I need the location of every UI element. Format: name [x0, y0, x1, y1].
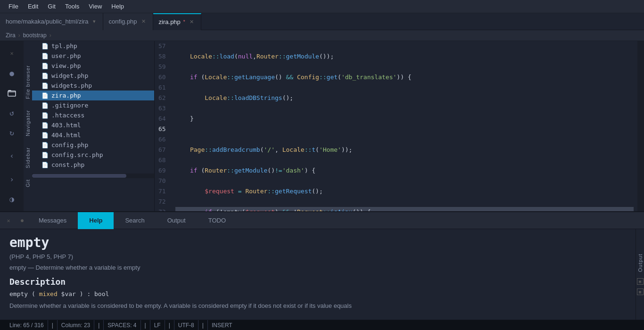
file-view[interactable]: 📄 view.php — [32, 61, 154, 71]
help-content: empty (PHP 4, PHP 5, PHP 7) empty — Dete… — [0, 229, 636, 320]
help-desc: empty — Determine whether a variable is … — [9, 264, 626, 271]
tab-help[interactable]: Help — [78, 212, 114, 229]
tab-config-close[interactable]: ✕ — [140, 18, 147, 25]
palette-icon[interactable]: ◑ — [3, 190, 20, 207]
file-browser: 📄 tpl.php 📄 user.php 📄 view.php 📄 widget… — [32, 41, 155, 211]
file-const-label: const.php — [51, 161, 84, 168]
circle-icon[interactable]: ● — [3, 65, 20, 82]
line-numbers: 5758596061 6263646566 6768697071 7273 — [155, 41, 172, 211]
bottom-content-area: empty (PHP 4, PHP 5, PHP 7) empty — Dete… — [0, 229, 644, 320]
tab-search[interactable]: Search — [114, 212, 156, 229]
menu-item-git[interactable]: Git — [43, 2, 60, 11]
file-widget-label: widget.php — [51, 72, 88, 79]
file-widgets[interactable]: 📄 widgets.php — [32, 81, 154, 91]
menu-item-file[interactable]: File — [4, 2, 23, 11]
php-icon: 📄 — [41, 43, 49, 50]
file-htaccess[interactable]: 📄 .htaccess — [32, 110, 154, 120]
sidebar-label-git[interactable]: Git — [24, 175, 32, 191]
output-buttons: ▣ ▣ — [637, 278, 644, 295]
tab-path-arrow[interactable]: ▾ — [91, 18, 97, 25]
forward-icon[interactable]: › — [3, 171, 20, 188]
output-btn-1[interactable]: ▣ — [637, 278, 644, 285]
file-tpl-label: tpl.php — [51, 42, 77, 50]
help-sig-mixed: mixed — [39, 290, 58, 297]
sidebar-label-navigator[interactable]: Navigator — [24, 106, 32, 140]
output-sidebar: Output ▣ ▣ — [636, 229, 644, 320]
file-widget[interactable]: 📄 widget.php — [32, 71, 154, 81]
menu-item-view[interactable]: View — [84, 2, 107, 11]
close-icon[interactable]: ✕ — [3, 45, 20, 62]
breadcrumb-part-1[interactable]: Zira — [6, 32, 16, 39]
tab-config[interactable]: config.php ✕ — [103, 13, 153, 30]
editor-area[interactable]: 5758596061 6263646566 6768697071 7273 Lo… — [155, 41, 637, 211]
tab-todo[interactable]: TODO — [197, 212, 237, 229]
file-user[interactable]: 📄 user.php — [32, 51, 154, 61]
file-gitignore-label: .gitignore — [51, 102, 88, 109]
tab-modified-indicator: * — [183, 19, 185, 25]
tab-messages[interactable]: Messages — [27, 212, 78, 229]
status-lf: LF — [150, 320, 165, 330]
php-icon: 📄 — [41, 152, 49, 158]
sidebar-label-sidebar[interactable]: Sidebar — [24, 143, 32, 172]
menu-item-edit[interactable]: Edit — [23, 2, 43, 11]
sidebar-label-filebrowser[interactable]: File browser — [24, 61, 32, 103]
output-btn-2[interactable]: ▣ — [637, 289, 644, 295]
tab-output[interactable]: Output — [156, 212, 197, 229]
redo-icon[interactable]: ↻ — [3, 124, 20, 141]
status-spaces: SPACES: 4 — [104, 320, 140, 330]
file-icon: 📄 — [41, 112, 49, 119]
menu-bar: File Edit Git Tools View Help — [0, 0, 644, 13]
file-gitignore[interactable]: 📄 .gitignore — [32, 100, 154, 110]
bottom-section: ✕ ● Messages Help Search Output TODO emp… — [0, 211, 644, 320]
help-body: Determine whether a variable is consider… — [9, 301, 626, 311]
file-const[interactable]: 📄 const.php — [32, 160, 154, 170]
bottom-tabs: ✕ ● Messages Help Search Output TODO — [0, 212, 644, 229]
folder-icon[interactable] — [3, 84, 20, 101]
status-separator-5: | — [198, 320, 208, 330]
tab-bar: home/makaka/public_html/zira ▾ config.ph… — [0, 13, 644, 30]
tab-zira-close[interactable]: ✕ — [188, 18, 195, 25]
file-403-label: 403.html — [51, 122, 81, 129]
php-icon: 📄 — [41, 92, 49, 99]
php-icon: 📄 — [41, 63, 49, 69]
breadcrumb-part-2[interactable]: bootstrap — [23, 32, 47, 39]
php-icon: 📄 — [41, 82, 49, 89]
scrollbar-thumb[interactable] — [32, 174, 126, 178]
status-line: Line: 65 / 316 — [6, 320, 48, 330]
php-icon: 📄 — [41, 73, 49, 79]
menu-item-help[interactable]: Help — [107, 2, 129, 11]
menu-item-tools[interactable]: Tools — [60, 2, 84, 11]
file-icon: 📄 — [41, 132, 49, 139]
breadcrumb: Zira › bootstrap › — [0, 30, 644, 41]
horizontal-scrollbar[interactable] — [32, 173, 154, 178]
file-config[interactable]: 📄 config.php — [32, 140, 154, 150]
tab-zira[interactable]: zira.php * ✕ — [153, 13, 201, 30]
status-column: Column: 23 — [58, 320, 94, 330]
file-icon: 📄 — [41, 102, 49, 109]
file-htaccess-label: .htaccess — [51, 112, 84, 119]
php-icon: 📄 — [41, 53, 49, 59]
file-configsrc[interactable]: 📄 config.src.php — [32, 150, 154, 160]
bottom-circle-icon[interactable]: ● — [17, 212, 27, 229]
code-container: 5758596061 6263646566 6768697071 7273 Lo… — [155, 41, 637, 211]
help-sig-post-text: ) : bool — [80, 290, 109, 297]
main-area: ✕ ● ↺ ↻ ‹ › ◑ File browser Navigator Sid… — [0, 41, 644, 211]
breadcrumb-sep-1: › — [18, 32, 20, 39]
back-icon[interactable]: ‹ — [3, 147, 20, 164]
right-scrollbar[interactable] — [637, 41, 644, 211]
php-icon: 📄 — [41, 162, 49, 168]
file-404[interactable]: 📄 404.html — [32, 130, 154, 140]
tab-config-label: config.php — [109, 18, 137, 25]
help-section: Description — [9, 277, 626, 287]
file-tpl[interactable]: 📄 tpl.php — [32, 41, 154, 51]
file-config-label: config.php — [51, 141, 88, 148]
file-404-label: 404.html — [51, 132, 81, 139]
bottom-close-icon[interactable]: ✕ — [0, 212, 17, 229]
tab-zira-label: zira.php — [159, 18, 181, 25]
file-403[interactable]: 📄 403.html — [32, 120, 154, 130]
file-zira[interactable]: 📄 zira.php — [32, 91, 154, 100]
tab-path[interactable]: home/makaka/public_html/zira ▾ — [0, 13, 103, 30]
undo-icon[interactable]: ↺ — [3, 104, 20, 121]
status-mode: INSERT — [208, 320, 236, 330]
tab-path-label: home/makaka/public_html/zira — [6, 18, 89, 25]
